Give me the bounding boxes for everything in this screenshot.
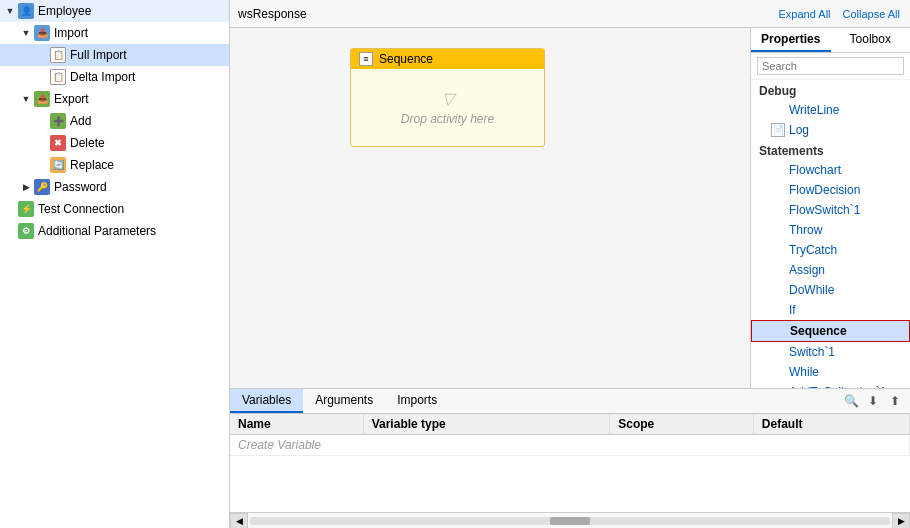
sequence-header-icon: ≡: [359, 52, 373, 66]
tab-properties[interactable]: Properties: [751, 28, 831, 52]
sidebar-item-label-import: Import: [54, 26, 88, 40]
canvas-label: wsResponse: [238, 7, 307, 21]
sidebar-item-fullimport[interactable]: 📋Full Import: [0, 44, 229, 66]
canvas[interactable]: ≡ Sequence ▽ Drop activity here: [230, 28, 750, 388]
sidebar-item-replace[interactable]: 🔄Replace: [0, 154, 229, 176]
props-item-label-flowdecision: FlowDecision: [789, 183, 860, 197]
add-icon: ➕: [50, 113, 66, 129]
writeline-icon: [771, 103, 785, 117]
sidebar-item-password[interactable]: ▶🔑Password: [0, 176, 229, 198]
col-header-variable_type: Variable type: [363, 414, 610, 435]
scroll-left-btn[interactable]: ◀: [230, 513, 248, 529]
sidebar-item-label-addparams: Additional Parameters: [38, 224, 156, 238]
throw-icon: [771, 223, 785, 237]
chevron-icon-replace: [36, 159, 48, 171]
sidebar-item-delete[interactable]: ✖Delete: [0, 132, 229, 154]
chevron-icon-fullimport: [36, 49, 48, 61]
sidebar-item-label-delete: Delete: [70, 136, 105, 150]
sidebar-item-import[interactable]: ▼📥Import: [0, 22, 229, 44]
sidebar: ▼👤Employee▼📥Import 📋Full Import 📋Delta I…: [0, 0, 230, 528]
testconn-icon: ⚡: [18, 201, 34, 217]
props-item-switch1[interactable]: Switch`1: [751, 342, 910, 362]
sidebar-item-employee[interactable]: ▼👤Employee: [0, 0, 229, 22]
scroll-thumb: [550, 517, 590, 525]
bottom-panel: VariablesArgumentsImports 🔍 ⬇ ⬆ NameVari…: [230, 388, 910, 528]
toolbox-search-box: [751, 53, 910, 80]
trycatch-icon: [771, 243, 785, 257]
main-area: wsResponse Expand All Collapse All ≡ Seq…: [230, 0, 910, 528]
props-item-writeline[interactable]: WriteLine: [751, 100, 910, 120]
chevron-icon-delete: [36, 137, 48, 149]
bottom-tabs-row: VariablesArgumentsImports 🔍 ⬇ ⬆: [230, 389, 910, 414]
sequence-body[interactable]: ▽ Drop activity here: [351, 69, 544, 146]
variables-table-area: NameVariable typeScopeDefault Create Var…: [230, 414, 910, 512]
sidebar-item-label-fullimport: Full Import: [70, 48, 127, 62]
bottom-tab-icons: 🔍 ⬇ ⬆: [836, 392, 910, 410]
props-item-label-trycatch: TryCatch: [789, 243, 837, 257]
properties-tabs: Properties Toolbox: [751, 28, 910, 53]
delete-icon: ✖: [50, 135, 66, 151]
props-item-flowswitch[interactable]: FlowSwitch`1: [751, 200, 910, 220]
props-item-while[interactable]: While: [751, 362, 910, 382]
sidebar-item-label-testconn: Test Connection: [38, 202, 124, 216]
expand-all-button[interactable]: Expand All: [777, 8, 833, 20]
chevron-icon-add: [36, 115, 48, 127]
employee-icon: 👤: [18, 3, 34, 19]
sequence-title: Sequence: [379, 52, 433, 66]
sidebar-item-deltaimport[interactable]: 📋Delta Import: [0, 66, 229, 88]
props-item-dowhile[interactable]: DoWhile: [751, 280, 910, 300]
sequence-header: ≡ Sequence: [351, 49, 544, 69]
bottom-tab-imports[interactable]: Imports: [385, 389, 449, 413]
search-bottom-icon[interactable]: 🔍: [842, 392, 860, 410]
drop-hint: Drop activity here: [401, 112, 494, 126]
tab-toolbox[interactable]: Toolbox: [831, 28, 911, 52]
sidebar-item-export[interactable]: ▼📤Export: [0, 88, 229, 110]
props-item-label-if: If: [789, 303, 796, 317]
create-variable-cell[interactable]: Create Variable: [230, 435, 910, 456]
dowhile-icon: [771, 283, 785, 297]
props-item-sequence[interactable]: Sequence: [751, 320, 910, 342]
sequence-icon: [772, 324, 786, 338]
props-item-flowchart[interactable]: Flowchart: [751, 160, 910, 180]
topbar-right: Expand All Collapse All: [777, 8, 902, 20]
props-item-label-dowhile: DoWhile: [789, 283, 834, 297]
chevron-icon-addparams: [4, 225, 16, 237]
collapse-all-button[interactable]: Collapse All: [841, 8, 902, 20]
col-header-name: Name: [230, 414, 363, 435]
bottom-tab-arguments[interactable]: Arguments: [303, 389, 385, 413]
toolbox-search-input[interactable]: [757, 57, 904, 75]
scroll-right-btn[interactable]: ▶: [892, 513, 910, 529]
sidebar-item-addparams[interactable]: ⚙Additional Parameters: [0, 220, 229, 242]
props-item-throw[interactable]: Throw: [751, 220, 910, 240]
create-variable-row[interactable]: Create Variable: [230, 435, 910, 456]
props-item-trycatch[interactable]: TryCatch: [751, 240, 910, 260]
props-item-flowdecision[interactable]: FlowDecision: [751, 180, 910, 200]
expand-bottom-icon[interactable]: ⬆: [886, 392, 904, 410]
if-icon: [771, 303, 785, 317]
bottom-tab-variables[interactable]: Variables: [230, 389, 303, 413]
props-item-label-log: Log: [789, 123, 809, 137]
flowswitch-icon: [771, 203, 785, 217]
props-item-label-assign: Assign: [789, 263, 825, 277]
sidebar-item-add[interactable]: ➕Add: [0, 110, 229, 132]
sidebar-item-label-export: Export: [54, 92, 89, 106]
props-item-if[interactable]: If: [751, 300, 910, 320]
sidebar-item-testconn[interactable]: ⚡Test Connection: [0, 198, 229, 220]
col-header-scope: Scope: [610, 414, 754, 435]
props-item-label-throw: Throw: [789, 223, 822, 237]
flowdecision-icon: [771, 183, 785, 197]
props-item-log[interactable]: 📄Log: [751, 120, 910, 140]
toolbox-list: DebugWriteLine📄LogStatementsFlowchartFlo…: [751, 80, 910, 388]
assign-icon: [771, 263, 785, 277]
props-item-label-while: While: [789, 365, 819, 379]
import-icon: 📥: [34, 25, 50, 41]
props-item-assign[interactable]: Assign: [751, 260, 910, 280]
props-item-label-flowchart: Flowchart: [789, 163, 841, 177]
deltaimport-icon: 📋: [50, 69, 66, 85]
chevron-icon-deltaimport: [36, 71, 48, 83]
flowchart-icon: [771, 163, 785, 177]
props-group-statements: Statements: [751, 140, 910, 160]
sidebar-item-label-employee: Employee: [38, 4, 91, 18]
minimize-bottom-icon[interactable]: ⬇: [864, 392, 882, 410]
sidebar-item-label-password: Password: [54, 180, 107, 194]
